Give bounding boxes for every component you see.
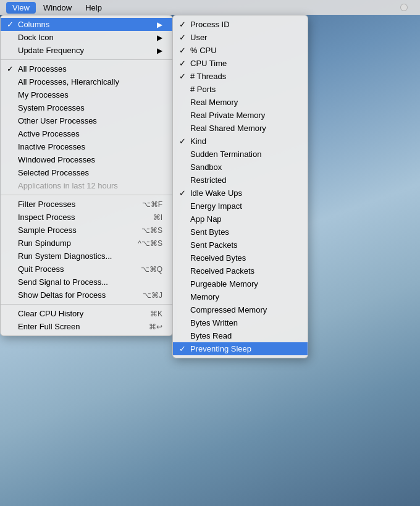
shortcut-sample-process: ⌥⌘S [129, 226, 162, 235]
menu-item-dock-icon[interactable]: Dock Icon ▶ [1, 31, 172, 44]
menu-item-filter-processes[interactable]: Filter Processes ⌥⌘F [1, 198, 172, 211]
submenu-item-idle-wake-ups[interactable]: ✓ Idle Wake Ups [173, 187, 308, 200]
checkmark-user: ✓ [179, 33, 186, 42]
submenu-item-restricted[interactable]: Restricted [173, 174, 308, 187]
submenu-item-purgeable-memory-label: Purgeable Memory [190, 279, 258, 289]
menu-item-applications-last-12: Applications in last 12 hours [1, 179, 172, 192]
menu-item-active-processes-label: Active Processes [18, 129, 80, 138]
menubar-window[interactable]: Window [37, 2, 78, 14]
menu-item-send-signal-label: Send Signal to Process... [18, 277, 108, 287]
submenu-item-cpu-time[interactable]: ✓ CPU Time [173, 57, 308, 70]
submenu-item-threads-label: # Threads [190, 72, 226, 81]
shortcut-filter-processes: ⌥⌘F [130, 200, 162, 209]
menu-item-clear-cpu-history-label: Clear CPU History [18, 309, 83, 318]
menu-item-other-user-processes-label: Other User Processes [18, 116, 97, 125]
separator-3 [1, 304, 172, 305]
checkmark-idle-wake-ups: ✓ [179, 188, 186, 198]
submenu-item-sent-bytes-label: Sent Bytes [190, 227, 229, 237]
shortcut-show-deltas: ⌥⌘J [130, 291, 162, 300]
menu-item-update-frequency[interactable]: Update Frequency ▶ [1, 44, 172, 57]
submenu-item-kind-label: Kind [190, 137, 206, 146]
submenu-item-ports[interactable]: # Ports [173, 83, 308, 96]
columns-submenu: ✓ Process ID ✓ User ✓ % CPU ✓ CPU Time ✓… [172, 15, 308, 358]
submenu-item-user[interactable]: ✓ User [173, 31, 308, 44]
submenu-item-sent-packets[interactable]: Sent Packets [173, 238, 308, 251]
menu-item-all-processes-hierarchically[interactable]: All Processes, Hierarchically [1, 75, 172, 88]
submenu-arrow-dock: ▶ [157, 33, 162, 42]
menu-item-all-processes[interactable]: ✓ All Processes [1, 62, 172, 75]
checkmark-preventing-sleep: ✓ [179, 344, 186, 353]
submenu-item-memory[interactable]: Memory [173, 290, 308, 303]
submenu-item-real-private-memory-label: Real Private Memory [190, 111, 265, 120]
submenu-item-cpu-percent[interactable]: ✓ % CPU [173, 44, 308, 57]
submenu-item-kind[interactable]: ✓ Kind [173, 135, 308, 148]
submenu-item-sandbox-label: Sandbox [190, 162, 222, 172]
menu-item-run-spindump[interactable]: Run Spindump ^⌥⌘S [1, 237, 172, 250]
menu-item-send-signal[interactable]: Send Signal to Process... [1, 276, 172, 289]
shortcut-quit-process: ⌥⌘Q [128, 265, 162, 274]
separator-1 [1, 59, 172, 60]
submenu-item-idle-wake-ups-label: Idle Wake Ups [190, 188, 242, 198]
submenu-arrow-update: ▶ [157, 46, 162, 55]
menu-item-all-processes-label: All Processes [18, 64, 67, 74]
submenu-item-energy-impact[interactable]: Energy Impact [173, 200, 308, 213]
submenu-item-received-packets-label: Received Packets [190, 266, 254, 276]
menu-item-system-processes[interactable]: System Processes [1, 101, 172, 114]
menu-item-selected-processes[interactable]: Selected Processes [1, 166, 172, 179]
submenu-item-sandbox[interactable]: Sandbox [173, 161, 308, 174]
menu-item-show-deltas[interactable]: Show Deltas for Process ⌥⌘J [1, 289, 172, 301]
submenu-item-purgeable-memory[interactable]: Purgeable Memory [173, 277, 308, 290]
shortcut-run-spindump: ^⌥⌘S [125, 239, 162, 248]
submenu-item-process-id-label: Process ID [190, 20, 230, 29]
menu-item-clear-cpu-history[interactable]: Clear CPU History ⌘K [1, 307, 172, 320]
submenu-item-received-bytes[interactable]: Received Bytes [173, 251, 308, 264]
menu-item-enter-full-screen[interactable]: Enter Full Screen ⌘↩ [1, 320, 172, 333]
submenu-item-real-private-memory[interactable]: Real Private Memory [173, 109, 308, 122]
menu-item-active-processes[interactable]: Active Processes [1, 127, 172, 140]
menu-item-run-system-diagnostics[interactable]: Run System Diagnostics... [1, 250, 172, 263]
submenu-item-app-nap-label: App Nap [190, 214, 222, 224]
submenu-item-app-nap[interactable]: App Nap [173, 213, 308, 226]
menu-item-show-deltas-label: Show Deltas for Process [18, 290, 106, 300]
submenu-item-sudden-termination-label: Sudden Termination [190, 150, 261, 159]
checkmark-cpu-percent: ✓ [179, 46, 186, 55]
submenu-item-bytes-read[interactable]: Bytes Read [173, 329, 308, 342]
menu-item-columns[interactable]: ✓ Columns ▶ [1, 18, 172, 31]
submenu-item-bytes-written[interactable]: Bytes Written [173, 316, 308, 329]
submenu-item-sent-bytes[interactable]: Sent Bytes [173, 226, 308, 238]
menu-item-system-processes-label: System Processes [18, 103, 85, 112]
submenu-item-threads[interactable]: ✓ # Threads [173, 70, 308, 83]
menubar-help[interactable]: Help [79, 2, 108, 14]
menu-item-sample-process[interactable]: Sample Process ⌥⌘S [1, 224, 172, 237]
submenu-item-process-id[interactable]: ✓ Process ID [173, 18, 308, 31]
submenu-item-user-label: User [190, 33, 207, 42]
menu-item-inspect-process[interactable]: Inspect Process ⌘I [1, 211, 172, 224]
submenu-item-preventing-sleep[interactable]: ✓ Preventing Sleep [173, 342, 308, 355]
menu-item-windowed-processes[interactable]: Windowed Processes [1, 153, 172, 166]
submenu-item-compressed-memory[interactable]: Compressed Memory [173, 303, 308, 316]
submenu-item-real-shared-memory[interactable]: Real Shared Memory [173, 122, 308, 135]
menu-item-my-processes-label: My Processes [18, 90, 69, 99]
menu-item-inactive-processes[interactable]: Inactive Processes [1, 140, 172, 153]
menu-item-other-user-processes[interactable]: Other User Processes [1, 114, 172, 127]
menu-item-my-processes[interactable]: My Processes [1, 88, 172, 101]
menu-item-filter-processes-label: Filter Processes [18, 200, 75, 209]
menu-item-columns-label: Columns [18, 20, 49, 29]
submenu-item-sudden-termination[interactable]: Sudden Termination [173, 148, 308, 161]
submenu-item-restricted-label: Restricted [190, 175, 227, 185]
submenu-item-real-shared-memory-label: Real Shared Memory [190, 124, 266, 133]
checkmark-kind: ✓ [179, 137, 186, 146]
menu-item-quit-process[interactable]: Quit Process ⌥⌘Q [1, 263, 172, 276]
checkmark-columns: ✓ [7, 20, 14, 29]
menu-item-windowed-processes-label: Windowed Processes [18, 155, 95, 164]
submenu-item-bytes-read-label: Bytes Read [190, 331, 232, 340]
submenu-item-ports-label: # Ports [190, 85, 216, 94]
menu-item-run-spindump-label: Run Spindump [18, 238, 71, 248]
submenu-item-sent-packets-label: Sent Packets [190, 240, 238, 250]
checkmark-process-id: ✓ [179, 20, 186, 29]
menubar-view[interactable]: View [6, 2, 36, 14]
submenu-item-preventing-sleep-label: Preventing Sleep [190, 344, 251, 353]
submenu-item-real-memory-label: Real Memory [190, 98, 238, 107]
submenu-item-real-memory[interactable]: Real Memory [173, 96, 308, 109]
submenu-item-received-packets[interactable]: Received Packets [173, 264, 308, 277]
